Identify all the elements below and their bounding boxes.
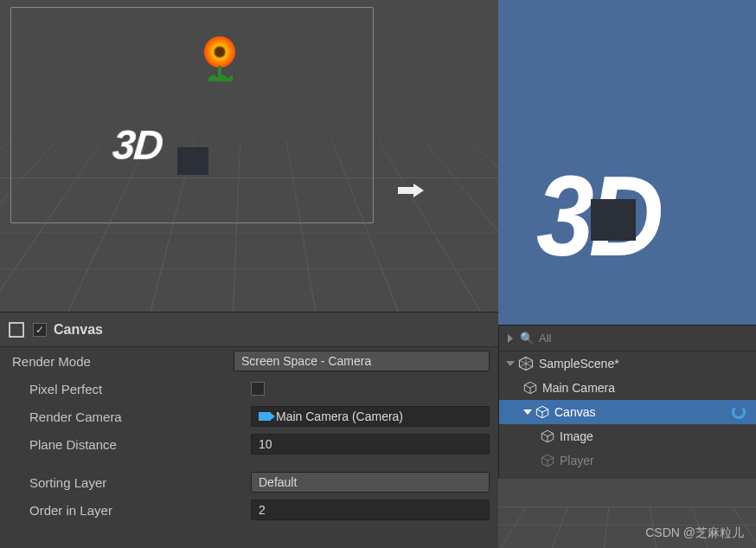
hierarchy-item-label: Main Camera — [542, 381, 615, 395]
hierarchy-search[interactable]: 🔍 All — [499, 326, 756, 351]
plane-distance-row: Plane Distance 10 — [0, 430, 498, 458]
gameobject-icon — [541, 429, 554, 443]
expand-icon[interactable] — [506, 361, 515, 366]
render-mode-label: Render Mode — [12, 354, 234, 369]
sorting-layer-dropdown[interactable]: Default — [251, 472, 490, 493]
hierarchy-item-player[interactable]: Player — [499, 448, 756, 473]
plane-distance-input[interactable]: 10 — [251, 434, 490, 455]
hierarchy-item-main-camera[interactable]: Main Camera — [499, 376, 756, 400]
gameobject-icon — [541, 454, 554, 467]
watermark: CSDN @芝麻粒儿 — [645, 525, 744, 541]
sorting-layer-row: Sorting Layer Default — [0, 468, 498, 496]
camera-icon — [259, 412, 271, 421]
pixel-perfect-checkbox[interactable] — [251, 382, 265, 396]
hierarchy-item-label: Image — [560, 429, 593, 443]
hierarchy-item-label: Player — [560, 454, 594, 467]
camera-frustum-rect — [10, 7, 374, 223]
gameobject-icon — [535, 405, 549, 419]
canvas-component-icon — [9, 322, 24, 338]
pixel-perfect-label: Pixel Perfect — [29, 382, 251, 396]
component-title: Canvas — [54, 322, 103, 338]
scene-3d-label: 3D — [111, 121, 163, 169]
render-mode-row: Render Mode Screen Space - Camera — [0, 347, 498, 375]
gameobject-icon — [523, 381, 537, 395]
order-in-layer-row: Order in Layer 2 — [0, 496, 498, 524]
hierarchy-item-scene[interactable]: SampleScene* — [499, 351, 756, 376]
component-enabled-checkbox[interactable] — [33, 323, 47, 337]
inspector-panel: Canvas Render Mode Screen Space - Camera… — [0, 312, 498, 548]
hierarchy-item-canvas[interactable]: Canvas — [499, 400, 756, 424]
pixel-perfect-row: Pixel Perfect — [0, 375, 498, 403]
component-header[interactable]: Canvas — [0, 313, 498, 347]
unity-logo-icon — [518, 356, 534, 371]
plane-distance-label: Plane Distance — [29, 437, 251, 452]
render-camera-row: Render Camera Main Camera (Camera) — [0, 403, 498, 430]
dropdown-icon — [508, 334, 513, 343]
render-camera-value: Main Camera (Camera) — [276, 409, 403, 423]
scene-object-flower[interactable] — [204, 36, 239, 88]
search-placeholder: All — [539, 332, 551, 345]
render-camera-field[interactable]: Main Camera (Camera) — [251, 406, 490, 427]
order-in-layer-label: Order in Layer — [29, 503, 251, 518]
hierarchy-item-label: Canvas — [554, 405, 595, 419]
expand-icon[interactable] — [523, 409, 532, 415]
search-icon: 🔍 — [520, 332, 534, 345]
render-mode-dropdown[interactable]: Screen Space - Camera — [234, 351, 490, 371]
render-camera-label: Render Camera — [29, 409, 251, 424]
sorting-layer-label: Sorting Layer — [29, 475, 251, 490]
game-object-cube — [591, 199, 636, 241]
scene-view[interactable]: 3D — [0, 0, 498, 312]
scene-object-cube[interactable] — [177, 147, 208, 175]
order-in-layer-input[interactable]: 2 — [251, 500, 490, 520]
hierarchy-item-image[interactable]: Image — [499, 424, 756, 448]
hierarchy-item-label: SampleScene* — [539, 357, 619, 371]
loading-icon — [732, 405, 746, 419]
game-view: 3D — [498, 0, 756, 325]
